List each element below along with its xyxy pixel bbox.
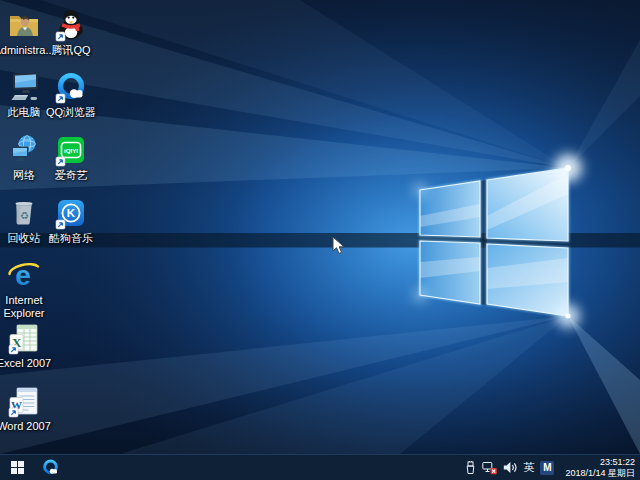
- desktop-icon-internet-explorer[interactable]: e Internet Explorer: [0, 258, 56, 320]
- network-globe-icon: [7, 133, 41, 167]
- svg-text:♻: ♻: [20, 210, 29, 221]
- svg-text:K: K: [67, 207, 76, 219]
- input-method-badge[interactable]: M: [540, 461, 554, 475]
- clock-date: 2018/1/14 星期日: [565, 468, 635, 479]
- shortcut-arrow-badge: [56, 94, 65, 103]
- usb-device-tray-icon[interactable]: [465, 455, 476, 480]
- computer-icon: [7, 70, 41, 104]
- mouse-cursor: [332, 236, 345, 255]
- taskbar: 英 M 23:51:22 2018/1/14 星期日: [0, 454, 640, 480]
- desktop-icon-iqiyi[interactable]: iQIYI 爱奇艺: [39, 133, 103, 182]
- ie-icon: e: [7, 258, 41, 292]
- recycle-bin-icon: ♻: [7, 196, 41, 230]
- iqiyi-icon: iQIYI: [54, 133, 88, 167]
- kugou-icon: K: [54, 196, 88, 230]
- desktop-icon-qq-browser[interactable]: QQ浏览器: [39, 70, 103, 119]
- qq-browser-icon: [41, 458, 60, 477]
- input-language-indicator[interactable]: 英: [523, 455, 534, 480]
- system-tray: 英 M 23:51:22 2018/1/14 星期日: [465, 455, 640, 480]
- taskbar-clock[interactable]: 23:51:22 2018/1/14 星期日: [560, 457, 635, 479]
- qq-penguin-icon: [54, 8, 88, 42]
- taskbar-qq-browser-button[interactable]: [34, 455, 66, 480]
- start-button[interactable]: [0, 455, 34, 480]
- user-folder-icon: [7, 8, 41, 42]
- shortcut-arrow-badge: [56, 32, 65, 41]
- desktop-icon-label: 酷狗音乐: [39, 232, 103, 245]
- shortcut-arrow-badge: [9, 408, 18, 417]
- desktop-icon-tencent-qq[interactable]: 腾讯QQ: [39, 8, 103, 57]
- svg-text:iQIYI: iQIYI: [64, 147, 78, 154]
- shortcut-arrow-badge: [9, 345, 18, 354]
- desktop-icon-label: Internet Explorer: [0, 294, 56, 320]
- clock-time: 23:51:22: [565, 457, 635, 468]
- desktop-icon-word-2007[interactable]: W Word 2007: [0, 384, 56, 433]
- qq-browser-icon: [54, 70, 88, 104]
- desktop-icon-kugou-music[interactable]: K 酷狗音乐: [39, 196, 103, 245]
- network-disconnected-tray-icon[interactable]: [482, 455, 497, 480]
- shortcut-arrow-badge: [56, 220, 65, 229]
- windows-start-icon: [11, 461, 24, 474]
- desktop-icon-label: QQ浏览器: [39, 106, 103, 119]
- excel-icon: X: [7, 321, 41, 355]
- desktop-icon-label: 腾讯QQ: [39, 44, 103, 57]
- screen: Administra... 此电脑 网络: [0, 0, 640, 480]
- volume-tray-icon[interactable]: [503, 455, 517, 480]
- desktop-icon-excel-2007[interactable]: X Excel 2007: [0, 321, 56, 370]
- desktop-icon-label: Word 2007: [0, 420, 56, 433]
- shortcut-arrow-badge: [56, 157, 65, 166]
- desktop-icon-label: Excel 2007: [0, 357, 56, 370]
- word-icon: W: [7, 384, 41, 418]
- desktop-icon-label: 爱奇艺: [39, 169, 103, 182]
